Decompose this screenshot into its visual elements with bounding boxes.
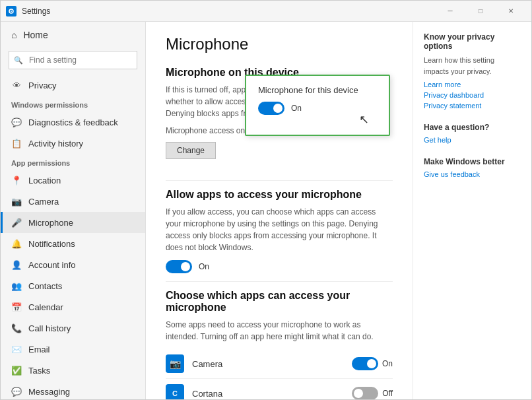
privacy-label: Privacy xyxy=(28,81,57,90)
question-title: Have a question? xyxy=(424,123,521,132)
sidebar-item-camera[interactable]: 📷 Camera xyxy=(1,191,145,212)
page-title: Microphone xyxy=(166,35,393,53)
right-panel: Know your privacy options Learn how this… xyxy=(413,22,531,399)
app-permissions-label: App permissions xyxy=(1,154,145,170)
activity-label: Activity history xyxy=(28,139,83,149)
allow-apps-toggle-row: On xyxy=(166,260,393,273)
calendar-icon: 📅 xyxy=(11,302,22,312)
feedback-link[interactable]: Give us feedback xyxy=(424,170,521,178)
sidebar-item-activity[interactable]: 📋 Activity history xyxy=(1,133,145,154)
choose-apps-desc: Some apps need to access your microphone… xyxy=(166,319,393,343)
sidebar-item-location[interactable]: 📍 Location xyxy=(1,170,145,191)
home-icon: ⌂ xyxy=(11,30,17,40)
learn-more-link[interactable]: Learn more xyxy=(424,81,521,88)
allow-apps-desc: If you allow access, you can choose whic… xyxy=(166,206,393,253)
make-better-title: Make Windows better xyxy=(424,157,521,166)
popup-toggle-thumb xyxy=(273,104,283,113)
sidebar-item-email[interactable]: ✉️ Email xyxy=(1,339,145,360)
notifications-icon: 🔔 xyxy=(11,238,22,249)
search-box: 🔍 xyxy=(9,51,137,69)
sidebar-item-contacts[interactable]: 👥 Contacts xyxy=(1,275,145,296)
notifications-label: Notifications xyxy=(28,239,75,249)
email-icon: ✉️ xyxy=(11,344,22,354)
choose-apps-title: Choose which apps can access your microp… xyxy=(166,290,393,314)
sidebar-item-home[interactable]: ⌂ Home xyxy=(1,22,145,48)
diagnostics-icon: 💬 xyxy=(11,117,22,127)
know-privacy-desc: Learn how this setting impacts your priv… xyxy=(424,55,521,77)
camera-app-name: Camera xyxy=(192,359,352,369)
search-input[interactable] xyxy=(9,51,137,69)
know-privacy-section: Know your privacy options Learn how this… xyxy=(424,32,521,110)
change-button[interactable]: Change xyxy=(166,142,216,159)
cortana-toggle-thumb xyxy=(354,389,363,398)
settings-window: Settings ─ □ ✕ ⌂ Home 🔍 👁 Privacy Window… xyxy=(0,0,532,400)
content-area: ⌂ Home 🔍 👁 Privacy Windows permissions 💬… xyxy=(1,22,531,399)
divider-2 xyxy=(166,281,393,282)
privacy-dashboard-link[interactable]: Privacy dashboard xyxy=(424,91,521,99)
privacy-icon: 👁 xyxy=(11,80,22,90)
windows-permissions-label: Windows permissions xyxy=(1,96,145,112)
sidebar-item-messaging[interactable]: 💬 Messaging xyxy=(1,381,145,399)
microphone-label: Microphone xyxy=(28,218,73,228)
messaging-label: Messaging xyxy=(28,387,70,397)
sidebar-item-calendar[interactable]: 📅 Calendar xyxy=(1,296,145,317)
popup-toggle-label: On xyxy=(291,104,302,113)
titlebar: Settings ─ □ ✕ xyxy=(1,1,531,22)
popup-toggle[interactable] xyxy=(258,102,284,115)
location-icon: 📍 xyxy=(11,175,22,185)
titlebar-title: Settings xyxy=(22,7,50,16)
privacy-statement-link[interactable]: Privacy statement xyxy=(424,102,521,110)
cortana-app-toggle[interactable] xyxy=(352,387,378,399)
sidebar-item-notifications[interactable]: 🔔 Notifications xyxy=(1,233,145,254)
sidebar-item-privacy[interactable]: 👁 Privacy xyxy=(1,75,145,96)
camera-toggle-label: On xyxy=(382,359,393,368)
get-help-link[interactable]: Get help xyxy=(424,136,521,144)
make-better-section: Make Windows better Give us feedback xyxy=(424,157,521,178)
settings-app-icon xyxy=(6,6,17,17)
allow-apps-section: Allow apps to access your microphone If … xyxy=(166,189,393,273)
sidebar-item-diagnostics[interactable]: 💬 Diagnostics & feedback xyxy=(1,112,145,133)
allow-apps-toggle-thumb xyxy=(181,262,190,271)
app-row-cortana: C Cortana Off xyxy=(166,379,393,399)
activity-icon: 📋 xyxy=(11,138,22,149)
popup-overlay: Microphone for this device On ↖ xyxy=(245,75,390,136)
sidebar-item-tasks[interactable]: ✅ Tasks xyxy=(1,360,145,381)
maximize-button[interactable]: □ xyxy=(465,1,496,22)
call-label: Call history xyxy=(28,323,71,333)
diagnostics-label: Diagnostics & feedback xyxy=(28,117,118,127)
microphone-icon: 🎤 xyxy=(11,217,22,228)
call-icon: 📞 xyxy=(11,323,22,333)
popup-label: Microphone for this device xyxy=(258,85,377,95)
sidebar-item-call-history[interactable]: 📞 Call history xyxy=(1,317,145,339)
titlebar-left: Settings xyxy=(6,6,50,17)
camera-icon: 📷 xyxy=(11,196,22,207)
allow-apps-title: Allow apps to access your microphone xyxy=(166,189,393,201)
camera-label: Camera xyxy=(28,197,59,207)
choose-apps-section: Choose which apps can access your microp… xyxy=(166,290,393,399)
question-section: Have a question? Get help xyxy=(424,123,521,144)
sidebar: ⌂ Home 🔍 👁 Privacy Windows permissions 💬… xyxy=(1,22,146,399)
cursor-indicator: ↖ xyxy=(359,112,369,127)
tasks-icon: ✅ xyxy=(11,365,22,376)
sidebar-item-account-info[interactable]: 👤 Account info xyxy=(1,254,145,275)
close-button[interactable]: ✕ xyxy=(496,1,526,22)
titlebar-controls: ─ □ ✕ xyxy=(435,1,526,22)
contacts-icon: 👥 xyxy=(11,281,22,291)
contacts-label: Contacts xyxy=(28,281,62,291)
email-label: Email xyxy=(28,345,50,354)
camera-app-icon: 📷 xyxy=(166,354,184,373)
home-label: Home xyxy=(23,30,48,40)
svg-point-1 xyxy=(11,11,12,12)
camera-app-toggle[interactable] xyxy=(352,357,378,370)
allow-apps-toggle-label: On xyxy=(199,262,209,271)
cortana-app-name: Cortana xyxy=(192,389,352,399)
account-label: Account info xyxy=(28,260,76,270)
minimize-button[interactable]: ─ xyxy=(435,1,465,22)
calendar-label: Calendar xyxy=(28,302,63,312)
divider-1 xyxy=(166,180,393,181)
sidebar-item-microphone[interactable]: 🎤 Microphone xyxy=(1,212,145,233)
search-icon: 🔍 xyxy=(14,56,23,65)
cortana-toggle-label: Off xyxy=(382,389,393,398)
allow-apps-toggle[interactable] xyxy=(166,260,192,273)
camera-toggle-thumb xyxy=(367,359,376,368)
